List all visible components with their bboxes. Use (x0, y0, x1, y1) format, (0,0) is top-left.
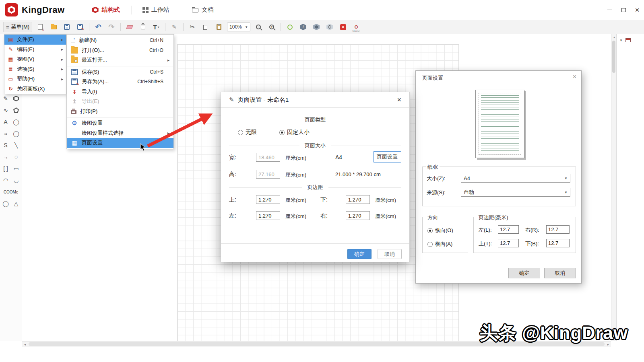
landscape-radio[interactable]: 横向(A) (427, 241, 452, 248)
structure-search-button[interactable] (324, 22, 335, 32)
radio-unlimited[interactable]: 无限 (238, 129, 257, 136)
copy-button[interactable] (200, 22, 211, 32)
style-pen-button[interactable] (169, 22, 180, 32)
arc-up-tool[interactable]: ◠ (0, 176, 11, 184)
scroll-up-icon[interactable]: ▲ (611, 34, 617, 40)
periodic-table-icon[interactable] (625, 38, 631, 42)
cyclopentane-tool[interactable] (11, 106, 21, 114)
minimize-button[interactable] (603, 3, 617, 17)
margin-right-input[interactable] (346, 211, 370, 220)
zoom-out-button[interactable] (253, 22, 264, 32)
save-as-button[interactable] (75, 22, 85, 32)
atom-ring-tool[interactable]: ◯ (0, 200, 11, 208)
menu-item[interactable]: 关闭画板(X) ▸ (4, 84, 66, 94)
pencil-tool[interactable]: ✎ (0, 95, 11, 103)
squiggle-bond-tool[interactable]: ≈ (0, 130, 11, 138)
topbar-tab[interactable]: 工作站 (131, 0, 181, 20)
bond-tool[interactable]: ╲ (11, 141, 21, 149)
topbar-tab[interactable]: 文档 (181, 0, 225, 20)
fragment-tool[interactable]: COOMe (0, 188, 21, 196)
name-to-structure-button[interactable]: Name (351, 22, 361, 32)
new-file-button[interactable] (35, 22, 45, 32)
ring-tool-button[interactable] (285, 22, 295, 32)
chain-tool[interactable]: ∿ (0, 106, 11, 114)
paper-source-select[interactable]: 自动 ▼ (461, 188, 570, 197)
menu-button[interactable]: ≡ 菜单(M) (3, 22, 32, 32)
margin-left-input[interactable] (498, 225, 519, 234)
arrow-tool[interactable]: → (0, 153, 11, 161)
submenu-item[interactable]: 页面设置 ▸ (67, 138, 173, 148)
vertical-scrollbar[interactable]: ▲ ▼ (611, 34, 617, 341)
info-button[interactable] (298, 22, 308, 32)
undo-button[interactable] (93, 22, 103, 32)
ok-button[interactable]: 确定 (508, 268, 540, 278)
ellipse-tool[interactable]: ◯ (11, 130, 21, 138)
cyclohexane-tool[interactable]: ◯ (11, 118, 21, 126)
radio-fixed-size[interactable]: 固定大小 (279, 129, 310, 136)
submenu-item[interactable]: 绘图设置 ▸ (67, 118, 173, 128)
width-input[interactable] (256, 153, 280, 162)
submenu-item[interactable]: 新建(N) Ctrl+N ▸ (67, 35, 173, 45)
element-item[interactable] (617, 77, 644, 88)
paper-size-select[interactable]: A4 ▼ (461, 174, 570, 183)
cancel-button[interactable]: 取消 (378, 249, 402, 259)
element-item[interactable] (617, 128, 644, 139)
cut-button[interactable] (187, 22, 198, 32)
bracket-tool[interactable]: [ ] (0, 165, 11, 173)
submenu-item[interactable]: 导入(I) ▸ (67, 87, 173, 97)
curve-tool[interactable]: S (0, 141, 11, 149)
menu-item[interactable]: 选项(S) ▸ (4, 64, 66, 74)
element-item[interactable] (617, 57, 644, 67)
paste-button[interactable] (214, 22, 224, 32)
topbar-tab[interactable]: 结构式 (81, 0, 131, 20)
element-item[interactable] (617, 98, 644, 108)
text-tool-button[interactable] (151, 22, 161, 32)
menu-item[interactable]: 帮助(H) ▸ (4, 74, 66, 84)
element-item[interactable] (617, 108, 644, 118)
element-item[interactable] (617, 67, 644, 77)
zoom-select[interactable]: 100%▼ (227, 23, 250, 31)
triangle-tool[interactable]: △ (11, 200, 21, 208)
dialog-close-icon[interactable]: × (397, 96, 401, 103)
maximize-button[interactable] (617, 3, 630, 17)
submenu-item[interactable]: 打印(P) ▸ (67, 107, 173, 117)
submenu-item[interactable]: 另存为(A)... Ctrl+Shift+S ▸ (67, 77, 173, 87)
vertical-scrollbar-thumb[interactable] (612, 41, 615, 73)
submenu-item[interactable]: 打开(O)... Ctrl+O ▸ (67, 45, 173, 56)
text-tool[interactable]: A (0, 118, 11, 126)
scroll-left-icon[interactable]: ◄ (22, 341, 28, 347)
margin-top-input[interactable] (498, 239, 519, 247)
dialog-close-icon[interactable]: × (573, 73, 576, 80)
cancel-button[interactable]: 取消 (544, 268, 576, 278)
delete-button[interactable] (138, 22, 148, 32)
redo-button[interactable] (106, 22, 117, 32)
open-button[interactable] (48, 22, 59, 32)
submenu-item[interactable]: 导出(E) ▸ (67, 97, 173, 107)
portrait-radio[interactable]: 纵向(O) (427, 227, 453, 234)
element-item[interactable] (617, 46, 644, 57)
zoom-in-button[interactable] (266, 22, 277, 32)
dashed-ring-tool[interactable]: ◌ (11, 153, 21, 161)
3d-view-button[interactable] (311, 22, 322, 32)
eraser-button[interactable] (124, 22, 135, 32)
element-item[interactable] (617, 118, 644, 129)
menu-item[interactable]: 文件(F) ▸ (4, 35, 66, 45)
element-item[interactable] (617, 139, 644, 149)
chevron-down-icon[interactable]: ▼ (619, 39, 623, 42)
submenu-item[interactable]: 绘图设置样式选择 ▸ (67, 128, 173, 138)
save-button[interactable] (62, 22, 72, 32)
element-item[interactable] (617, 87, 644, 98)
margin-bottom-input[interactable] (546, 239, 570, 247)
rectangle-tool[interactable]: ▭ (11, 165, 21, 173)
margin-left-input[interactable] (256, 211, 280, 220)
arc-down-tool[interactable]: ◡ (11, 176, 21, 184)
menu-item[interactable]: 编辑(E) ▸ (4, 45, 66, 55)
ok-button[interactable]: 确定 (347, 249, 372, 259)
margin-right-input[interactable] (546, 225, 570, 234)
height-input[interactable] (256, 170, 280, 179)
retro-button[interactable] (338, 22, 348, 32)
menu-item[interactable]: 视图(V) ▸ (4, 54, 66, 64)
submenu-item[interactable]: 保存(S) Ctrl+S ▸ (67, 67, 173, 77)
page-setup-button[interactable]: 页面设置 (373, 151, 401, 162)
margin-bottom-input[interactable] (346, 195, 370, 204)
